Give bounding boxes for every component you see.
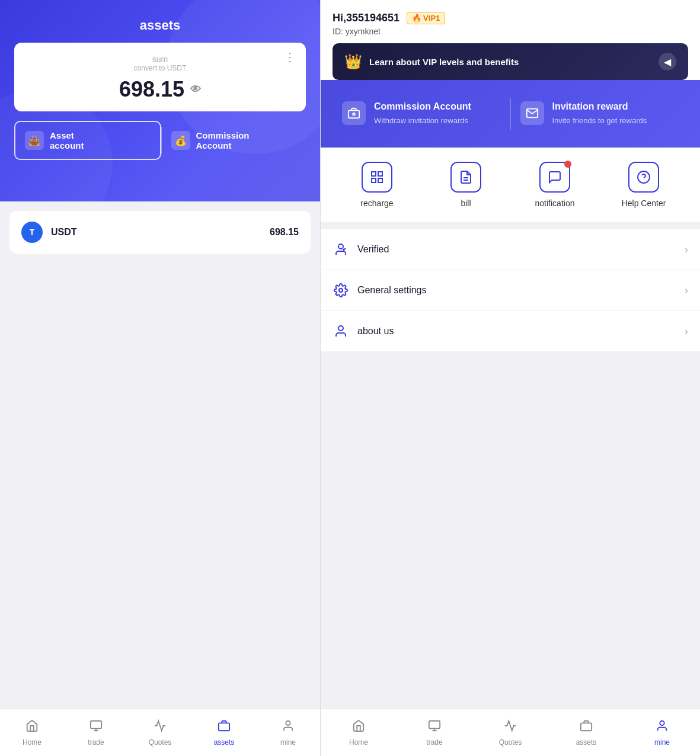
usdt-icon: T	[21, 222, 43, 243]
svg-rect-21	[581, 723, 592, 731]
about-us-label: about us	[357, 326, 676, 337]
recharge-label: recharge	[360, 198, 393, 208]
svg-rect-10	[378, 178, 382, 182]
settings-chevron-icon: ›	[685, 284, 688, 297]
right-assets-icon	[580, 719, 593, 736]
balance-card-menu-icon[interactable]: ⋮	[284, 51, 296, 63]
vip-banner-left: 👑 Learn about VIP levels and benefits	[344, 53, 519, 70]
help-center-action[interactable]: Help Center	[599, 162, 688, 208]
svg-point-15	[338, 244, 343, 249]
svg-point-17	[338, 326, 343, 331]
commission-account-card[interactable]: Commission Account Withdraw invitation r…	[333, 92, 510, 136]
left-nav-quotes-label: Quotes	[149, 738, 172, 747]
about-us-icon	[333, 323, 349, 339]
greeting-text: Hi,355194651	[333, 12, 399, 24]
commission-icon: 💰	[171, 131, 190, 150]
vip-banner-text: Learn about VIP levels and benefits	[369, 57, 519, 67]
recharge-action[interactable]: recharge	[333, 162, 421, 208]
asset-account-label: Assetaccount	[50, 130, 84, 150]
left-nav-assets[interactable]: assets	[192, 709, 256, 756]
right-body	[321, 351, 700, 709]
notification-action[interactable]: notification	[510, 162, 599, 208]
menu-section: Verified › General settings › about us ›	[321, 229, 700, 351]
invitation-promo-title: Invitation reward	[552, 101, 647, 112]
mine-icon-left	[282, 719, 295, 736]
assets-nav-icon	[218, 719, 231, 736]
right-nav-home[interactable]: Home	[321, 709, 397, 756]
bill-label: bill	[461, 198, 471, 208]
svg-point-6	[353, 113, 355, 116]
svg-rect-7	[372, 172, 376, 176]
invitation-promo-icon	[520, 101, 544, 125]
commission-promo-desc: Withdraw invitation rewards	[374, 116, 471, 126]
balance-value: 698.15	[119, 77, 184, 102]
svg-point-16	[339, 289, 343, 292]
notification-icon	[539, 162, 570, 193]
left-nav-quotes[interactable]: Quotes	[128, 709, 192, 756]
left-nav-home-label: Home	[23, 738, 41, 747]
balance-label: sum	[26, 55, 294, 64]
invitation-reward-card[interactable]: Invitation reward Invite friends to get …	[511, 92, 689, 136]
crown-icon: 👑	[344, 53, 362, 70]
left-header: assets ⋮ sum convert to USDT 698.15 👁 👜 …	[0, 0, 320, 201]
usdt-name: USDT	[51, 227, 261, 238]
crypto-row-usdt[interactable]: T USDT 698.15	[9, 211, 311, 254]
right-home-icon	[352, 719, 365, 736]
balance-amount: 698.15 👁	[26, 77, 294, 102]
user-greeting: Hi,355194651 🔥 VIP1	[333, 12, 688, 24]
left-nav-assets-label: assets	[214, 738, 235, 747]
about-us-chevron-icon: ›	[685, 325, 688, 338]
right-header: Hi,355194651 🔥 VIP1 ID: yxymknet 👑 Learn…	[321, 0, 700, 80]
right-nav-assets[interactable]: assets	[548, 709, 624, 756]
user-id: ID: yxymknet	[333, 27, 688, 36]
left-body: T USDT 698.15	[0, 201, 320, 709]
vip-banner[interactable]: 👑 Learn about VIP levels and benefits ◀	[333, 43, 688, 80]
vip-banner-arrow[interactable]: ◀	[659, 53, 676, 71]
invitation-promo-desc: Invite friends to get rewards	[552, 116, 647, 126]
right-trade-icon	[428, 719, 441, 736]
right-nav-trade[interactable]: trade	[397, 709, 472, 756]
commission-account-button[interactable]: 💰 CommissionAccount	[162, 121, 306, 160]
home-icon	[25, 719, 39, 736]
right-nav-quotes[interactable]: Quotes	[472, 709, 548, 756]
commission-promo-info: Commission Account Withdraw invitation r…	[374, 101, 471, 126]
left-bottom-nav: Home trade Quotes	[0, 709, 320, 756]
bill-action[interactable]: bill	[421, 162, 510, 208]
promo-section: Commission Account Withdraw invitation r…	[321, 80, 700, 148]
verified-icon	[333, 241, 349, 258]
right-nav-home-label: Home	[349, 738, 368, 747]
vip-badge: 🔥 VIP1	[407, 12, 445, 24]
about-us-menu-item[interactable]: about us ›	[321, 311, 700, 351]
svg-point-4	[286, 720, 290, 725]
settings-icon	[333, 282, 349, 299]
asset-account-button[interactable]: 👜 Assetaccount	[14, 121, 161, 160]
account-buttons: 👜 Assetaccount 💰 CommissionAccount	[14, 121, 306, 160]
left-nav-trade-label: trade	[88, 738, 104, 747]
verified-label: Verified	[357, 244, 676, 255]
right-nav-assets-label: assets	[576, 738, 597, 747]
left-panel: assets ⋮ sum convert to USDT 698.15 👁 👜 …	[0, 0, 320, 756]
settings-menu-item[interactable]: General settings ›	[321, 270, 700, 311]
balance-sublabel: convert to USDT	[26, 64, 294, 72]
left-nav-mine[interactable]: mine	[256, 709, 320, 756]
bill-icon	[450, 162, 481, 193]
verified-chevron-icon: ›	[685, 244, 688, 256]
balance-card: ⋮ sum convert to USDT 698.15 👁	[14, 43, 306, 111]
svg-rect-3	[219, 723, 229, 731]
right-nav-mine[interactable]: mine	[624, 709, 700, 756]
verified-menu-item[interactable]: Verified ›	[321, 229, 700, 270]
commission-promo-title: Commission Account	[374, 101, 471, 112]
notification-dot	[564, 161, 571, 168]
left-nav-home[interactable]: Home	[0, 709, 64, 756]
right-quotes-icon	[504, 719, 517, 736]
settings-label: General settings	[357, 285, 676, 296]
svg-rect-9	[372, 178, 376, 182]
eye-icon[interactable]: 👁	[190, 84, 201, 96]
quotes-icon	[154, 719, 167, 736]
right-panel: Hi,355194651 🔥 VIP1 ID: yxymknet 👑 Learn…	[320, 0, 700, 756]
wallet-icon: 👜	[25, 131, 44, 150]
left-nav-mine-label: mine	[280, 738, 296, 747]
svg-rect-5	[349, 110, 359, 118]
recharge-icon	[362, 162, 392, 193]
left-nav-trade[interactable]: trade	[64, 709, 128, 756]
